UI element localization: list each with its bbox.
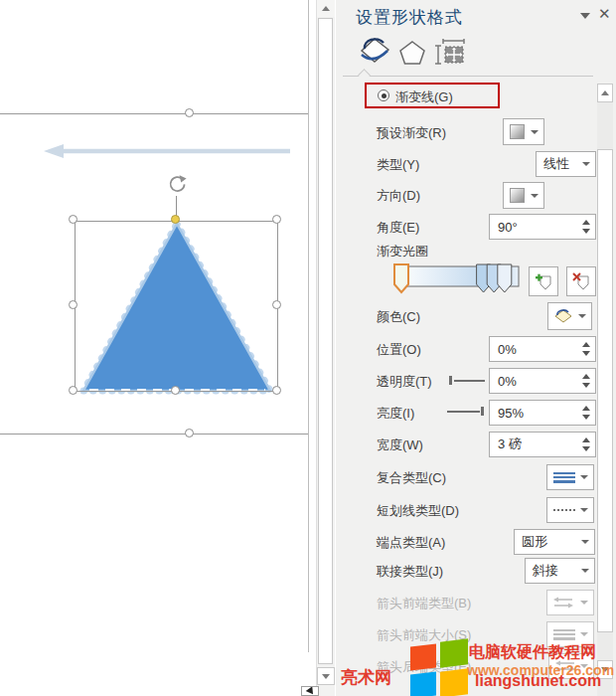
resize-handle-mid-right[interactable] [272, 300, 281, 309]
spin-down-icon[interactable] [582, 415, 590, 420]
pane-scroll-up-button[interactable] [597, 84, 613, 102]
pane-title: 设置形状格式 [356, 6, 463, 29]
page-edge [308, 0, 309, 652]
gradient-line-radio-label: 渐变线(G) [395, 88, 453, 106]
chevron-down-icon [580, 664, 588, 668]
doc-scroll-thumb[interactable] [318, 18, 333, 664]
direction-label: 方向(D) [377, 187, 420, 205]
color-label: 颜色(C) [377, 308, 420, 326]
pane-scroll-down-button[interactable] [597, 660, 613, 679]
preset-gradient-dropdown[interactable] [503, 118, 544, 145]
pane-scroll-thumb[interactable] [597, 149, 613, 632]
arrow-end-type-dropdown [548, 653, 594, 679]
angle-label: 角度(E) [377, 219, 419, 237]
arrow-begin-size-label: 箭头前端大小(S) [377, 626, 471, 644]
arrow-end-type-label: 箭头后端类型(E) [377, 658, 471, 676]
document-canvas[interactable] [0, 0, 316, 696]
rotate-handle-icon[interactable] [166, 174, 188, 196]
scroll-down-icon [601, 667, 609, 672]
chevron-down-icon [580, 632, 588, 636]
gradient-stop-4[interactable] [498, 264, 512, 292]
doc-scroll-up-button[interactable] [317, 0, 335, 17]
pane-close-button[interactable]: ✕ [598, 5, 611, 23]
resize-handle-mid-left[interactable] [69, 300, 77, 309]
chevron-down-icon [531, 194, 539, 198]
angle-spinner[interactable]: 90° [489, 214, 596, 240]
doc-scroll-down-button[interactable] [317, 667, 335, 685]
gradient-line-radio[interactable] [378, 89, 389, 101]
size-lines-icon [553, 627, 575, 642]
scroll-up-icon [601, 90, 609, 95]
transparency-spinner[interactable]: 0% [489, 368, 596, 394]
pane-scrollbar[interactable] [597, 84, 613, 696]
brightness-spinner[interactable]: 95% [489, 400, 596, 426]
gradient-stops-slider[interactable] [393, 262, 527, 296]
add-stop-icon [535, 272, 553, 291]
spin-up-icon[interactable] [582, 437, 590, 442]
transparency-label: 透明度(T) [377, 373, 432, 391]
chevron-down-icon [582, 162, 590, 166]
angle-value: 90° [490, 220, 578, 235]
brightness-slider-thumb[interactable] [481, 407, 484, 416]
brightness-value: 95% [490, 406, 578, 421]
remove-gradient-stop-button[interactable] [566, 266, 596, 296]
spin-down-icon[interactable] [582, 446, 590, 451]
spin-down-icon[interactable] [582, 229, 590, 234]
format-shape-pane: 设置形状格式 ✕ 渐变线(G) 预设渐变(R) 类型(Y) 线性 方向(D) [336, 0, 616, 696]
preset-gradient-label: 预设渐变(R) [377, 124, 446, 142]
spin-up-icon[interactable] [582, 220, 590, 225]
arrow-begin-type-label: 箭头前端类型(B) [377, 595, 471, 612]
effects-tab pentagon-icon[interactable] [398, 40, 426, 66]
dash-line-icon [553, 509, 575, 511]
type-combo[interactable]: 线性 [536, 151, 596, 177]
spin-up-icon[interactable] [582, 406, 590, 411]
transparency-slider-thumb[interactable] [449, 376, 452, 385]
width-value: 3 磅 [490, 435, 578, 453]
resize-handle-top-left[interactable] [69, 215, 77, 224]
direction-dropdown[interactable] [503, 182, 544, 209]
dash-type-dropdown[interactable] [546, 497, 594, 523]
left-arrow-shape[interactable] [40, 142, 294, 160]
gradient-stops-label: 渐变光圈 [377, 243, 428, 261]
document-scrollbar[interactable] [316, 0, 335, 696]
shape-edge-line-top [0, 113, 308, 114]
arrow-begin-size-dropdown [546, 621, 594, 647]
transparency-slider-track[interactable] [454, 380, 485, 382]
compound-lines-icon [553, 470, 575, 485]
spin-down-icon[interactable] [582, 383, 590, 388]
position-spinner[interactable]: 0% [489, 336, 596, 362]
scroll-up-icon [322, 6, 330, 11]
selection-rectangle [75, 221, 278, 392]
type-value: 线性 [537, 155, 569, 173]
shape-edge-line-bottom [0, 434, 308, 435]
chevron-down-icon [531, 130, 539, 134]
resize-handle-top-right[interactable] [272, 215, 281, 224]
resize-handle-bottom-right[interactable] [272, 386, 281, 395]
line-shape-handle-bottom[interactable] [185, 429, 194, 437]
cap-type-label: 端点类型(A) [377, 534, 445, 552]
selected-tab-notch [358, 69, 371, 82]
resize-handle-bottom-left[interactable] [69, 386, 77, 395]
join-type-label: 联接类型(J) [377, 563, 443, 581]
brightness-slider-track[interactable] [447, 411, 480, 413]
width-label: 宽度(W) [377, 436, 423, 454]
compound-type-dropdown[interactable] [546, 464, 594, 490]
gradient-stop-1-selected[interactable] [394, 264, 408, 292]
chevron-down-icon [580, 475, 588, 479]
spin-up-icon[interactable] [582, 374, 590, 379]
resize-handle-bottom-center[interactable] [171, 386, 180, 395]
join-type-combo[interactable]: 斜接 [525, 558, 595, 584]
pane-collapse-icon[interactable] [580, 13, 590, 19]
cap-type-combo[interactable]: 圆形 [514, 529, 595, 555]
size-properties-tab size-position-icon[interactable] [434, 38, 466, 66]
fill-line-tab paint-bucket-icon[interactable] [357, 36, 392, 66]
spin-up-icon[interactable] [582, 342, 590, 347]
arrows-icon [554, 659, 576, 673]
spin-down-icon[interactable] [582, 351, 590, 356]
line-shape-handle-top[interactable] [185, 108, 194, 117]
cap-type-value: 圆形 [515, 533, 547, 551]
color-dropdown[interactable] [547, 302, 592, 330]
adjust-handle-top-center[interactable] [171, 215, 180, 224]
add-gradient-stop-button[interactable] [529, 266, 558, 296]
width-spinner[interactable]: 3 磅 [489, 432, 596, 457]
